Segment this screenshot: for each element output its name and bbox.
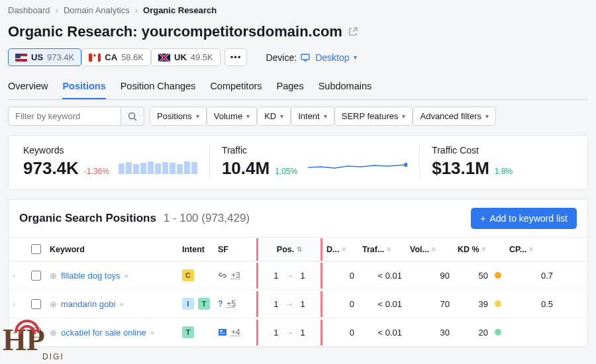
device-dropdown[interactable]: Desktop ▾ xyxy=(301,52,356,63)
select-all-checkbox[interactable] xyxy=(31,244,41,254)
keyword-link[interactable]: mandarin gobi xyxy=(61,299,115,309)
expand-row-icon[interactable]: › xyxy=(13,328,15,336)
add-keyword-icon[interactable]: ⊕ xyxy=(50,271,57,281)
flag-icon xyxy=(89,54,101,62)
more-countries-button[interactable]: ••• xyxy=(224,48,248,66)
col-kd[interactable]: KD %≡ xyxy=(454,238,505,261)
tab-pages[interactable]: Pages xyxy=(277,75,304,99)
metric-traffic-cost[interactable]: Traffic Cost $13.1M 1.8% xyxy=(420,145,585,179)
desktop-icon xyxy=(301,54,311,62)
table-title: Organic Search Positions 1 - 100 (973,42… xyxy=(19,212,250,225)
cell-d: 0 xyxy=(323,291,358,317)
tab-overview[interactable]: Overview xyxy=(8,75,48,99)
col-intent[interactable]: Intent xyxy=(178,238,214,261)
metric-traffic[interactable]: Traffic 10.4M 1.05% xyxy=(210,145,420,179)
add-keyword-icon[interactable]: ⊕ xyxy=(50,328,57,338)
chevron-down-icon: ▾ xyxy=(354,54,357,61)
cell-sf[interactable]: +3 xyxy=(214,263,256,288)
svg-rect-0 xyxy=(301,54,309,60)
intent-badge-t: T xyxy=(198,298,210,310)
crumb-domain-analytics[interactable]: Domain Analytics xyxy=(64,5,130,15)
row-checkbox[interactable] xyxy=(31,328,41,338)
intent-badge-c: C xyxy=(182,269,194,281)
expand-row-icon[interactable]: › xyxy=(13,271,15,279)
filter-volume[interactable]: Volume ▾ xyxy=(207,107,257,126)
add-keyword-icon[interactable]: ⊕ xyxy=(50,299,57,309)
search-button[interactable] xyxy=(121,107,144,126)
keyword-link[interactable]: ockatiel for sale online xyxy=(61,328,146,338)
country-pill-uk[interactable]: UK49.5K xyxy=(151,48,221,66)
external-link-icon[interactable] xyxy=(348,26,358,37)
filter-positions[interactable]: Positions ▾ xyxy=(150,107,207,126)
table-row: › ⊕ mandarin gobi » I T ? +5 1→1 0 < 0.0… xyxy=(9,290,587,318)
breadcrumb: Dashboard › Domain Analytics › Organic R… xyxy=(8,5,588,15)
chevron-down-icon: ▾ xyxy=(280,113,283,120)
metric-traffic-delta: 1.05% xyxy=(275,167,297,176)
col-traf[interactable]: Traf...≡ xyxy=(358,238,406,261)
cell-traf: < 0.01 xyxy=(358,320,406,345)
chevron-down-icon: ▾ xyxy=(485,113,489,120)
country-pill-ca[interactable]: CA58.6K xyxy=(81,48,151,66)
tab-position-changes[interactable]: Position Changes xyxy=(121,75,196,99)
cell-sf[interactable]: +4 xyxy=(214,320,256,345)
cell-kd: 20 xyxy=(454,320,505,345)
intent-badge-t: T xyxy=(182,326,194,338)
sparkline-bars xyxy=(119,159,197,174)
filter-bar: Positions ▾Volume ▾KD ▾Intent ▾SERP feat… xyxy=(8,107,588,126)
open-icon[interactable]: » xyxy=(119,300,123,308)
metric-traffic-value: 10.4M xyxy=(222,158,270,179)
chevron-down-icon: ▾ xyxy=(246,113,250,120)
kd-dot-icon xyxy=(495,300,501,307)
sort-icon: ⇅ xyxy=(297,246,302,253)
row-checkbox[interactable] xyxy=(31,271,41,281)
cell-pos: 1→1 xyxy=(256,263,323,289)
sparkline-line xyxy=(308,158,407,174)
filter-intent[interactable]: Intent ▾ xyxy=(291,107,334,126)
chevron-down-icon: ▾ xyxy=(324,113,327,120)
cell-cp: 0.5 xyxy=(505,291,557,317)
cell-traf: < 0.01 xyxy=(358,291,406,317)
col-vol[interactable]: Vol...≡ xyxy=(406,238,454,261)
tab-positions[interactable]: Positions xyxy=(62,75,105,99)
filter-keyword-input[interactable] xyxy=(8,107,121,126)
tab-competitors[interactable]: Competitors xyxy=(210,75,262,99)
cell-d: 0 xyxy=(323,263,358,289)
table-header-row: Keyword Intent SF Pos. ⇅ D...≡ Traf...≡ … xyxy=(9,237,587,261)
col-cp[interactable]: CP...≡ xyxy=(505,238,557,261)
cell-pos: 1→1 xyxy=(256,291,323,317)
crumb-dashboard[interactable]: Dashboard xyxy=(8,5,50,15)
col-sf[interactable]: SF xyxy=(214,238,256,261)
metric-keywords[interactable]: Keywords 973.4K -1.36% xyxy=(11,145,210,179)
cell-cp xyxy=(505,324,557,340)
keyword-link[interactable]: fillable dog toys xyxy=(61,271,121,281)
metric-keywords-label: Keywords xyxy=(23,145,197,156)
cell-sf[interactable]: ? +5 xyxy=(214,291,256,316)
table-range: 1 - 100 (973,429) xyxy=(164,212,250,224)
col-keyword[interactable]: Keyword xyxy=(46,238,178,261)
open-icon[interactable]: » xyxy=(124,271,128,279)
tabs: OverviewPositionsPosition ChangesCompeti… xyxy=(8,75,588,100)
filter-kd[interactable]: KD ▾ xyxy=(257,107,291,126)
metric-cost-delta: 1.8% xyxy=(495,167,513,176)
tab-subdomains[interactable]: Subdomains xyxy=(319,75,372,99)
col-pos[interactable]: Pos. ⇅ xyxy=(256,238,323,261)
metric-cost-value: $13.1M xyxy=(432,158,489,179)
cell-cp: 0.7 xyxy=(505,263,557,289)
svg-point-2 xyxy=(404,163,407,167)
filter-advanced-filters[interactable]: Advanced filters ▾ xyxy=(413,107,496,126)
metric-keywords-delta: -1.36% xyxy=(84,167,109,176)
metrics-card: Keywords 973.4K -1.36% Traffic 10.4M 1.0… xyxy=(8,135,588,190)
intent-badge-i: I xyxy=(182,298,194,310)
table-row: › ⊕ fillable dog toys » C +3 1→1 0 < 0.0… xyxy=(9,261,587,290)
country-pill-us[interactable]: US973.4K xyxy=(8,48,81,66)
title-domain: yourcompetitorsdomain.com xyxy=(142,23,342,40)
svg-rect-5 xyxy=(220,333,225,334)
expand-row-icon[interactable]: › xyxy=(13,300,15,308)
cell-pos: 1→1 xyxy=(256,320,323,345)
flag-icon xyxy=(15,54,27,62)
col-d[interactable]: D...≡ xyxy=(323,238,358,261)
filter-serp-features[interactable]: SERP features ▾ xyxy=(334,107,413,126)
add-to-keyword-list-button[interactable]: +Add to keyword list xyxy=(471,208,577,229)
open-icon[interactable]: » xyxy=(150,328,154,336)
row-checkbox[interactable] xyxy=(31,299,41,309)
